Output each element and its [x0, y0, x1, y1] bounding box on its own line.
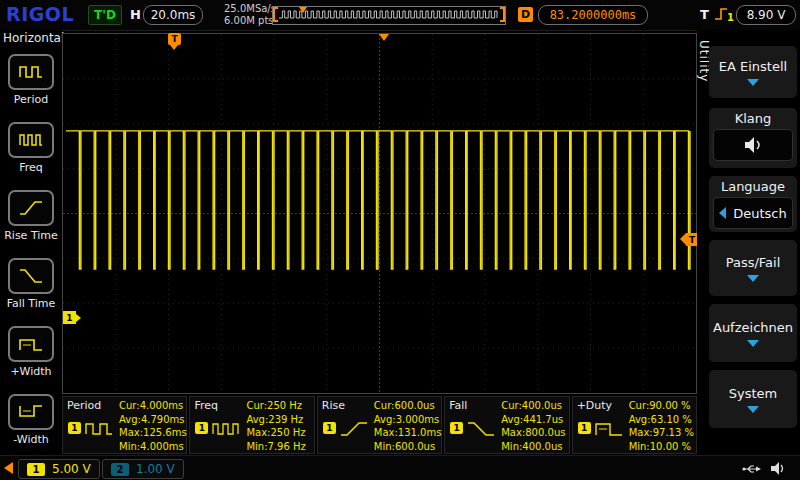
freq-icon — [8, 122, 54, 158]
menu-label: Klang — [735, 111, 772, 126]
measurement-avg: Avg:3.000ms — [374, 413, 442, 427]
channel-badge: 1 — [450, 422, 463, 434]
channel-badge: 1 — [323, 422, 336, 434]
measurement-box-fall: Fall 1 Cur:400.0us Avg:441.7us Max:800.0… — [444, 396, 569, 454]
menu-item-label: Period — [14, 93, 48, 106]
chevron-down-icon — [747, 406, 759, 413]
menu-label: System — [729, 386, 777, 401]
freq-measure-icon — [211, 419, 241, 443]
channel1-indicator[interactable]: 1 5.00 V — [18, 459, 100, 479]
chevron-left-icon — [719, 207, 726, 219]
menu-item-label: -Width — [13, 433, 48, 446]
measurement-values: Cur:4.000ms Avg:4.790ms Max:125.6ms Min:… — [119, 399, 187, 453]
trigger-level-readout[interactable]: 8.90 V — [736, 5, 796, 25]
channel2-scale: 1.00 V — [136, 462, 175, 476]
measurement-avg: Avg:4.790ms — [119, 413, 187, 427]
menu-item-label: Freq — [19, 161, 43, 174]
position-marker-icon[interactable] — [299, 7, 307, 13]
menu-item-minus-width[interactable]: -Width — [0, 394, 62, 446]
position-bracket-left-icon — [273, 7, 278, 22]
chevron-down-icon — [747, 275, 759, 282]
duty-measure-icon — [594, 419, 624, 443]
minus-width-icon — [8, 394, 54, 430]
notification-arrow-icon[interactable] — [4, 462, 13, 474]
channel1-offset-marker[interactable]: 1 — [63, 311, 76, 324]
left-menu-title: Horizontal — [0, 30, 62, 45]
horizontal-label: H — [130, 7, 141, 22]
waveform-position-bar[interactable] — [272, 6, 506, 25]
position-bar-wave — [277, 8, 501, 21]
language-setting-box[interactable]: Deutsch — [713, 197, 793, 229]
menu-item-plus-width[interactable]: +Width — [0, 326, 62, 378]
trigger-edge-icon: 1 — [712, 5, 734, 23]
menu-item-freq[interactable]: Freq — [0, 122, 62, 174]
rigol-logo: RIGOL — [6, 3, 74, 25]
graticule-grid — [63, 34, 696, 393]
menu-item-label: +Width — [10, 365, 51, 378]
waveform-trace — [66, 131, 690, 269]
measurement-cur: Cur:600.0us — [374, 399, 442, 413]
fall-measure-icon — [466, 419, 496, 443]
top-status-bar: RIGOL T'D H 20.0ms 25.0MSa/s 6.00M pts D… — [0, 0, 800, 31]
menu-item-pass-fail[interactable]: Pass/Fail — [709, 240, 797, 296]
utility-menu: Utility EA Einstell Klang Language Deuts… — [697, 30, 800, 455]
channel1-badge: 1 — [27, 463, 45, 476]
menu-item-system[interactable]: System — [709, 370, 797, 428]
rise-measure-icon — [339, 419, 369, 443]
measurement-name: Rise — [322, 399, 345, 412]
menu-item-language[interactable]: Language Deutsch — [709, 176, 797, 232]
measurement-min: Min:600.0us — [374, 440, 442, 454]
measurement-name: +Duty — [577, 399, 612, 412]
menu-item-ea-einstell[interactable]: EA Einstell — [709, 46, 797, 98]
channel1-scale: 5.00 V — [52, 462, 91, 476]
channel-badge: 1 — [578, 422, 591, 434]
period-icon — [8, 54, 54, 90]
menu-label: EA Einstell — [719, 59, 787, 74]
measurement-box-rise: Rise 1 Cur:600.0us Avg:3.000ms Max:131.0… — [317, 396, 442, 454]
trigger-status-badge: T'D — [88, 5, 122, 25]
measurement-cur: Cur:250 Hz — [246, 399, 305, 413]
measurement-max: Max:125.6ms — [119, 426, 187, 440]
channel2-indicator[interactable]: 2 1.00 V — [102, 459, 184, 479]
menu-item-fall-time[interactable]: Fall Time — [0, 258, 62, 310]
chevron-down-icon — [747, 79, 759, 86]
rise-time-icon — [8, 190, 54, 226]
measurement-box-freq: Freq 1 Cur:250 Hz Avg:239 Hz Max:250 Hz … — [189, 396, 314, 454]
menu-item-period[interactable]: Period — [0, 54, 62, 106]
trigger-position-marker[interactable]: T — [168, 33, 181, 45]
menu-label: Aufzeichnen — [713, 320, 793, 335]
menu-item-label: Fall Time — [7, 297, 56, 310]
measurement-min: Min:4.000ms — [119, 440, 187, 454]
usb-icon — [742, 463, 762, 475]
trigger-source-channel: 1 — [727, 12, 734, 23]
measurement-values: Cur:250 Hz Avg:239 Hz Max:250 Hz Min:7.9… — [246, 399, 305, 453]
menu-item-rise-time[interactable]: Rise Time — [0, 190, 62, 242]
horizontal-measure-menu: Horizontal Period Freq Rise Time Fall Ti… — [0, 30, 62, 455]
measurement-box-duty: +Duty 1 Cur:90.00 % Avg:63.10 % Max:97.1… — [572, 396, 697, 454]
channel-badge: 1 — [68, 422, 81, 434]
timebase-readout[interactable]: 20.0ms — [143, 5, 203, 25]
menu-item-label: Rise Time — [4, 229, 58, 242]
measurement-values: Cur:90.00 % Avg:63.10 % Max:97.13 % Min:… — [629, 399, 694, 453]
chevron-down-icon — [747, 340, 759, 347]
delay-readout[interactable]: 83.2000000ms — [538, 5, 648, 25]
menu-label: Language — [721, 179, 785, 194]
waveform-display[interactable] — [62, 33, 697, 394]
memory-depth: 6.00M pts — [224, 15, 276, 27]
measurement-box-period: Period 1 Cur:4.000ms Avg:4.790ms Max:125… — [62, 396, 187, 454]
fall-time-icon — [8, 258, 54, 294]
measurement-cur: Cur:4.000ms — [119, 399, 187, 413]
horizontal-center-marker-icon[interactable] — [379, 34, 389, 41]
menu-item-klang[interactable]: Klang — [709, 108, 797, 168]
measurement-avg: Avg:63.10 % — [629, 413, 694, 427]
sound-setting-box[interactable] — [713, 129, 793, 161]
menu-item-aufzeichnen[interactable]: Aufzeichnen — [709, 304, 797, 362]
plus-width-icon — [8, 326, 54, 362]
measurement-name: Fall — [449, 399, 467, 412]
measurement-values: Cur:400.0us Avg:441.7us Max:800.0us Min:… — [501, 399, 565, 453]
speaker-icon — [770, 461, 787, 476]
measurement-row: Period 1 Cur:4.000ms Avg:4.790ms Max:125… — [62, 396, 697, 454]
acquisition-info: 25.0MSa/s 6.00M pts — [224, 3, 276, 27]
measurement-values: Cur:600.0us Avg:3.000ms Max:131.0ms Min:… — [374, 399, 442, 453]
measurement-avg: Avg:441.7us — [501, 413, 565, 427]
